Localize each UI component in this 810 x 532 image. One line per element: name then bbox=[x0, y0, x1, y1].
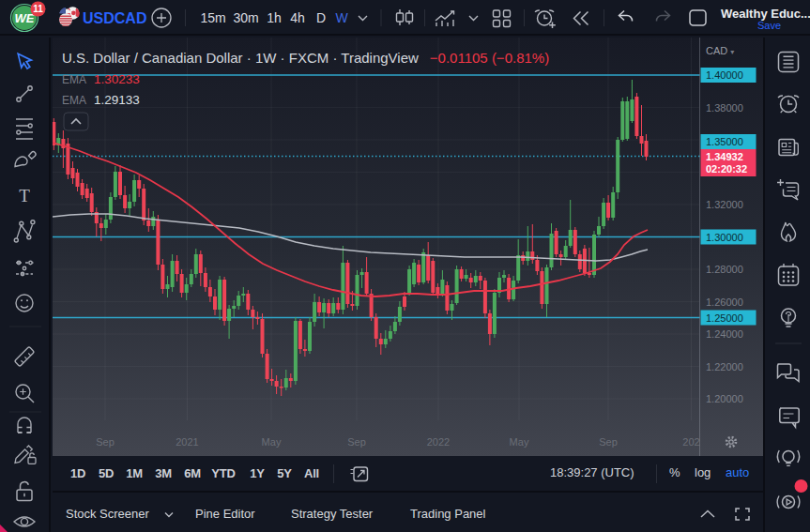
svg-text:D: D bbox=[316, 10, 326, 25]
svg-text:1.26000: 1.26000 bbox=[706, 296, 743, 308]
svg-text:U.S. Dollar / Canadian Dollar: U.S. Dollar / Canadian Dollar · 1W · FXC… bbox=[62, 50, 549, 66]
svg-text:2021: 2021 bbox=[176, 436, 198, 448]
svg-text:1.22000: 1.22000 bbox=[706, 361, 743, 372]
svg-text:CAD ▾: CAD ▾ bbox=[706, 45, 734, 56]
svg-text:1.34932: 1.34932 bbox=[706, 151, 743, 162]
svg-text:USDCAD: USDCAD bbox=[83, 10, 146, 26]
svg-text:1.40000: 1.40000 bbox=[706, 69, 743, 81]
svg-text:W: W bbox=[335, 10, 348, 25]
svg-text:T: T bbox=[19, 186, 30, 205]
svg-text:WE: WE bbox=[15, 11, 35, 25]
svg-text:02:20:32: 02:20:32 bbox=[706, 163, 747, 175]
svg-text:11: 11 bbox=[33, 4, 43, 14]
svg-text:15m: 15m bbox=[200, 10, 225, 25]
svg-text:1h: 1h bbox=[267, 10, 282, 25]
svg-text:1.30000: 1.30000 bbox=[706, 232, 743, 243]
svg-text:1.25000: 1.25000 bbox=[706, 312, 743, 324]
svg-text:EMA1.30233: EMA1.30233 bbox=[62, 72, 140, 86]
svg-text:May: May bbox=[262, 436, 282, 448]
svg-text:Wealthy Educ...: Wealthy Educ... bbox=[721, 7, 810, 21]
svg-text:May: May bbox=[510, 436, 529, 448]
svg-text:4h: 4h bbox=[290, 10, 305, 25]
svg-text:Sep: Sep bbox=[599, 436, 618, 448]
svg-text:1.32000: 1.32000 bbox=[706, 199, 743, 210]
svg-text:202: 202 bbox=[682, 436, 699, 448]
svg-text:EMA1.29133: EMA1.29133 bbox=[62, 93, 140, 107]
svg-text:Save: Save bbox=[757, 20, 781, 31]
svg-text:1.20000: 1.20000 bbox=[706, 393, 743, 404]
svg-text:Sep: Sep bbox=[347, 436, 366, 448]
svg-text:2022: 2022 bbox=[427, 436, 450, 448]
svg-text:1.28000: 1.28000 bbox=[706, 264, 743, 275]
svg-text:30m: 30m bbox=[233, 10, 258, 25]
svg-text:Sep: Sep bbox=[96, 436, 115, 448]
svg-text:1.38000: 1.38000 bbox=[706, 102, 743, 114]
svg-text:1.35000: 1.35000 bbox=[706, 136, 743, 147]
svg-text:1.24000: 1.24000 bbox=[706, 328, 743, 340]
